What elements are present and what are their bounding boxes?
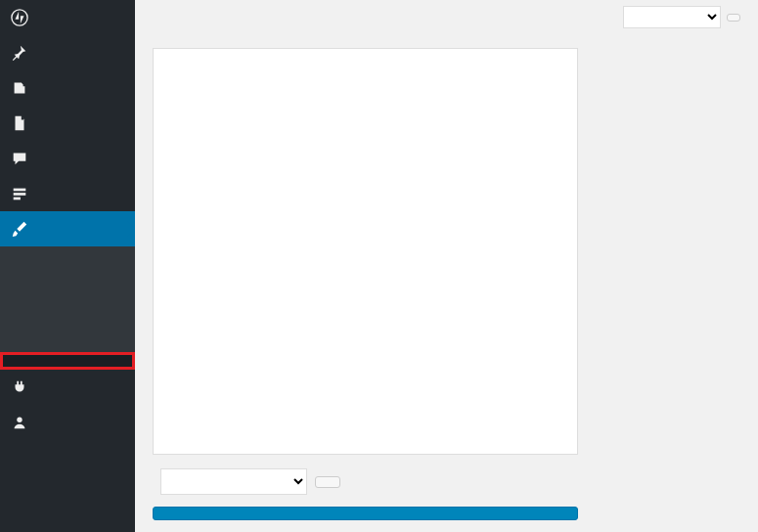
svg-rect-2: [14, 193, 26, 196]
menu-comments[interactable]: [0, 141, 135, 176]
submenu-edit-css[interactable]: [0, 317, 135, 329]
menu-media[interactable]: [0, 70, 135, 106]
media-icon: [10, 78, 29, 98]
menu-appearance[interactable]: [0, 211, 135, 246]
submenu-themes[interactable]: [0, 246, 135, 258]
main-content: [135, 0, 758, 532]
svg-point-4: [17, 418, 22, 422]
menu-ninja-forms[interactable]: [0, 176, 135, 211]
plugin-icon: [10, 377, 29, 397]
submenu-widgets[interactable]: [0, 270, 135, 282]
code-editor[interactable]: [153, 48, 578, 455]
submenu-header[interactable]: [0, 293, 135, 305]
svg-point-0: [12, 10, 27, 25]
admin-sidebar: [0, 0, 135, 532]
jetpack-icon: [10, 8, 29, 27]
documentation-select[interactable]: [160, 468, 307, 495]
theme-select[interactable]: [623, 6, 721, 28]
svg-rect-3: [14, 198, 21, 200]
select-theme-button[interactable]: [727, 14, 740, 22]
menu-posts[interactable]: [0, 35, 135, 70]
submenu-background[interactable]: [0, 305, 135, 317]
comment-icon: [10, 149, 29, 168]
update-file-button[interactable]: [153, 507, 578, 520]
submenu-amp[interactable]: [0, 340, 135, 352]
lookup-button[interactable]: [315, 476, 340, 488]
svg-rect-1: [14, 189, 26, 192]
pin-icon: [10, 43, 29, 63]
menu-plugins[interactable]: [0, 370, 135, 405]
submenu-menus[interactable]: [0, 282, 135, 293]
brush-icon: [10, 219, 29, 239]
submenu-customize[interactable]: [0, 258, 135, 270]
menu-pages[interactable]: [0, 106, 135, 141]
form-icon: [10, 184, 29, 203]
menu-users[interactable]: [0, 405, 135, 440]
submenu-welcome[interactable]: [0, 329, 135, 340]
page-icon: [10, 113, 29, 133]
appearance-submenu: [0, 246, 135, 370]
menu-jetpack[interactable]: [0, 0, 135, 35]
users-icon: [10, 413, 29, 432]
submenu-editor[interactable]: [0, 352, 135, 370]
